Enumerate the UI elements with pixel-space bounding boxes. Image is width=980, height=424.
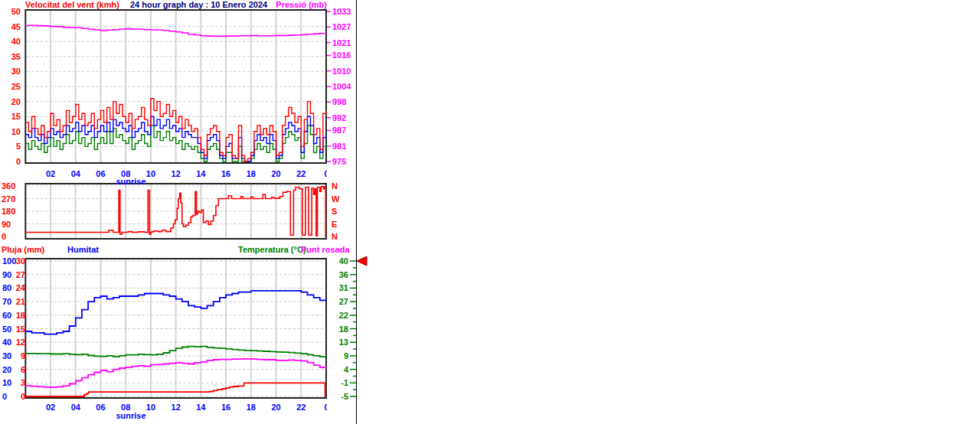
wind-speed-tick-label: 25	[11, 82, 21, 91]
pressure-tick-label: 1004	[332, 82, 351, 91]
humidity-tick-label: 100	[2, 256, 16, 266]
compass-label: W	[332, 194, 340, 204]
pressure-tick-label: 992	[332, 113, 346, 122]
temperature-tick-label: 22	[339, 311, 348, 320]
weather-24h-graph: 5045403530252015105010331027102110161010…	[0, 0, 980, 424]
pressure-tick-label: 998	[332, 97, 346, 106]
direction-tick-label: 90	[2, 220, 11, 229]
rain-tick-label: 12	[16, 338, 25, 347]
pressure-tick-label: 975	[332, 157, 346, 166]
wind-axis-title: Velocitat del vent (kmh)	[25, 1, 119, 9]
x-tick-label: 18	[247, 169, 256, 178]
x-tick-label: 10	[146, 403, 155, 412]
temperature-tick-label: 40	[339, 256, 348, 266]
rain-tick-label: 24	[16, 283, 26, 292]
humidity-axis-title: Humitat	[67, 246, 99, 254]
direction-tick-label: 360	[2, 181, 15, 191]
x-tick-label: 04	[71, 169, 81, 178]
wind-speed-tick-label: 35	[11, 52, 21, 61]
current-value-arrow-marker	[357, 256, 367, 266]
compass-label: S	[332, 207, 337, 216]
x-tick-label: 20	[271, 403, 280, 412]
rain-tick-label: 18	[16, 311, 25, 320]
x-tick-label: 04	[71, 403, 81, 412]
wind-speed-tick-label: 45	[11, 22, 21, 31]
wind-speed-tick-label: 40	[11, 37, 21, 46]
humidity-tick-label: 90	[2, 270, 11, 279]
humidity-tick-label: 0	[2, 392, 7, 401]
humidity-tick-label: 20	[2, 365, 11, 374]
wind-speed-tick-label: 15	[11, 112, 21, 121]
x-tick-label: 14	[196, 403, 206, 412]
wind-speed-tick-label: 30	[11, 67, 21, 76]
compass-label: N	[332, 181, 338, 191]
temperature-tick-label: 36	[339, 270, 348, 279]
wind-speed-tick-label: 10	[11, 127, 21, 136]
x-tick-label: 16	[221, 169, 230, 178]
x-tick-label: 06	[96, 169, 105, 178]
x-tick-label: 16	[221, 403, 230, 412]
humidity-tick-label: 40	[2, 338, 11, 347]
rain-tick-label: 9	[21, 351, 25, 360]
humidity-tick-label: 50	[2, 325, 11, 334]
humidity-tick-label: 60	[2, 311, 11, 320]
temperature-tick-label: 27	[339, 297, 348, 306]
x-tick-label: 12	[172, 403, 181, 412]
rain-tick-label: 0	[21, 392, 25, 401]
direction-tick-label: 270	[2, 194, 15, 204]
x-tick-label: 14	[196, 169, 206, 178]
wind-speed-tick-label: 20	[11, 97, 21, 106]
temperature-tick-label: 4	[344, 365, 349, 374]
dewpoint-axis-title: Punt rosada	[301, 246, 350, 254]
sunrise-label-bottom: sunrise	[113, 412, 149, 420]
rain-tick-label: 27	[16, 270, 25, 279]
charts-svg: 5045403530252015105010331027102110161010…	[0, 0, 980, 424]
temperature-tick-label: 31	[339, 283, 348, 292]
direction-tick-label: 180	[2, 207, 15, 216]
temperature-tick-label: -1	[341, 378, 348, 387]
x-tick-label: 06	[96, 403, 105, 412]
x-tick-label: 22	[296, 169, 305, 178]
temperature-tick-label: -5	[341, 392, 348, 401]
direction-tick-label: 0	[2, 232, 6, 241]
temperature-tick-label: 13	[339, 338, 348, 347]
wind-speed-tick-label: 5	[16, 142, 21, 151]
humidity-tick-label: 80	[2, 283, 11, 292]
sunrise-label-top: sunrise	[113, 178, 149, 186]
humidity-tick-label: 10	[2, 378, 11, 387]
x-tick-label: 20	[271, 169, 280, 178]
temperature-axis-title: Temperatura (°C)	[238, 246, 306, 254]
pressure-tick-label: 1033	[332, 7, 351, 16]
pressure-tick-label: 987	[332, 126, 346, 135]
x-tick-label: 22	[296, 403, 305, 412]
rain-tick-label: 30	[16, 256, 25, 266]
graph-title: 24 hour graph day : 10 Enero 2024	[130, 1, 267, 9]
pressure-tick-label: 1027	[332, 22, 351, 31]
temperature-tick-label: 9	[344, 351, 348, 360]
compass-label: E	[332, 220, 337, 229]
rain-tick-label: 6	[21, 365, 25, 374]
wind-speed-tick-label: 0	[16, 157, 21, 166]
rain-axis-title: Pluja (mm)	[2, 246, 44, 254]
wind-speed-tick-label: 50	[11, 7, 21, 16]
rain-tick-label: 3	[21, 378, 25, 387]
x-tick-label: 02	[46, 403, 55, 412]
pressure-tick-label: 981	[332, 142, 346, 151]
x-tick-label: 12	[172, 169, 181, 178]
temperature-tick-label: 18	[339, 325, 348, 334]
x-tick-label-edge: 0	[324, 403, 328, 412]
pressure-tick-label: 1021	[332, 38, 351, 47]
rain-tick-label: 21	[16, 297, 25, 306]
x-tick-label: 02	[46, 169, 55, 178]
pressure-axis-title: Pressió (mb)	[276, 1, 327, 9]
humidity-tick-label: 30	[2, 351, 11, 360]
x-tick-label-edge: 0	[324, 169, 328, 178]
compass-label: N	[332, 232, 338, 241]
pressure-tick-label: 1010	[332, 67, 351, 76]
humidity-tick-label: 70	[2, 297, 11, 306]
pressure-tick-label: 1016	[332, 51, 351, 60]
rain-tick-label: 15	[16, 325, 25, 334]
x-tick-label: 18	[247, 403, 256, 412]
